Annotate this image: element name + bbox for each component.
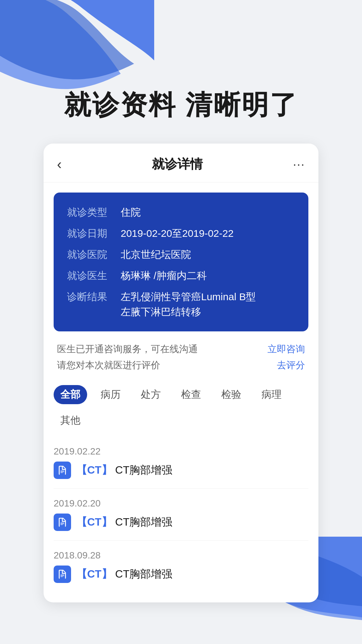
info-value: 2019-02-20至2019-02-22 (121, 226, 295, 241)
record-text: 【CT】 CT胸部增强 (76, 567, 172, 582)
consult-row-2: 请您对本次就医进行评价 去评分 (57, 359, 305, 372)
info-row: 就诊医院北京世纪坛医院 (67, 247, 295, 262)
document-icon (54, 566, 71, 583)
consult-row-1: 医生已开通咨询服务，可在线沟通 立即咨询 (57, 343, 305, 356)
tab-处方[interactable]: 处方 (134, 385, 168, 404)
info-label: 诊断结果 (67, 289, 121, 304)
document-icon (54, 514, 71, 531)
info-row: 诊断结果左乳侵润性导管癌Luminal B型 左腋下淋巴结转移 (67, 289, 295, 319)
info-label: 就诊医院 (67, 247, 121, 262)
tab-其他[interactable]: 其他 (54, 411, 87, 430)
tab-检验[interactable]: 检验 (215, 385, 248, 404)
consult-text-1: 医生已开通咨询服务，可在线沟通 (57, 343, 198, 356)
hero-title: 就诊资料 清晰明了 (64, 87, 298, 123)
record-date: 2019.02.20 (54, 498, 308, 509)
card-header: ‹ 就诊详情 ··· (44, 144, 318, 182)
record-text: 【CT】 CT胸部增强 (76, 463, 172, 478)
info-value: 北京世纪坛医院 (121, 247, 295, 262)
record-group: 2019.02.22 【CT】 CT胸部增强 (54, 437, 308, 489)
record-item[interactable]: 【CT】 CT胸部增强 (54, 462, 308, 479)
info-value: 住院 (121, 205, 295, 220)
tab-病历[interactable]: 病历 (94, 385, 127, 404)
tab-检查[interactable]: 检查 (174, 385, 208, 404)
record-text: 【CT】 CT胸部增强 (76, 515, 172, 530)
info-row: 就诊医生杨琳琳 /肿瘤内二科 (67, 268, 295, 283)
card-title: 就诊详情 (152, 156, 203, 173)
record-group: 2018.09.28 【CT】 CT胸部增强 (54, 541, 308, 592)
info-label: 就诊日期 (67, 226, 121, 241)
info-row: 就诊类型住院 (67, 205, 295, 220)
record-tag: 【CT】 (76, 464, 112, 476)
record-tag: 【CT】 (76, 516, 112, 528)
record-group: 2019.02.20 【CT】 CT胸部增强 (54, 489, 308, 541)
tab-全部[interactable]: 全部 (54, 385, 87, 404)
info-value: 左乳侵润性导管癌Luminal B型 左腋下淋巴结转移 (121, 289, 295, 319)
main-card: ‹ 就诊详情 ··· 就诊类型住院就诊日期2019-02-20至2019-02-… (44, 144, 318, 602)
filter-tabs: 全部病历处方检查检验病理其他 (44, 378, 318, 433)
info-label: 就诊医生 (67, 268, 121, 283)
consult-link-2[interactable]: 去评分 (277, 359, 305, 372)
page-content: 就诊资料 清晰明了 ‹ 就诊详情 ··· 就诊类型住院就诊日期2019-02-2… (0, 0, 362, 602)
tab-病理[interactable]: 病理 (255, 385, 288, 404)
info-row: 就诊日期2019-02-20至2019-02-22 (67, 226, 295, 241)
consult-link-1[interactable]: 立即咨询 (267, 343, 305, 356)
info-box: 就诊类型住院就诊日期2019-02-20至2019-02-22就诊医院北京世纪坛… (54, 193, 308, 331)
info-value: 杨琳琳 /肿瘤内二科 (121, 268, 295, 283)
consult-text-2: 请您对本次就医进行评价 (57, 359, 160, 372)
info-label: 就诊类型 (67, 205, 121, 220)
record-item[interactable]: 【CT】 CT胸部增强 (54, 514, 308, 531)
record-item[interactable]: 【CT】 CT胸部增强 (54, 566, 308, 583)
consult-section: 医生已开通咨询服务，可在线沟通 立即咨询 请您对本次就医进行评价 去评分 (54, 339, 308, 378)
record-tag: 【CT】 (76, 568, 112, 580)
records-list: 2019.02.22 【CT】 CT胸部增强2019.02.20 【CT】 CT… (44, 433, 318, 596)
record-date: 2019.02.22 (54, 446, 308, 457)
back-button[interactable]: ‹ (57, 157, 62, 171)
record-date: 2018.09.28 (54, 550, 308, 561)
document-icon (54, 462, 71, 479)
more-button[interactable]: ··· (293, 157, 305, 171)
